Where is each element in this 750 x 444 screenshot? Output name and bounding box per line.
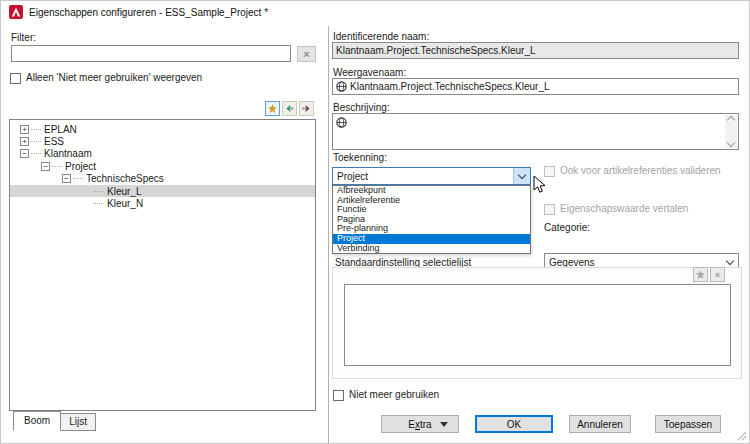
- selection-list-toolbar: ×: [693, 267, 725, 282]
- no-longer-use-checkbox[interactable]: Niet meer gebruiken: [333, 389, 439, 401]
- tree-item-kleur_l[interactable]: Kleur_L: [10, 185, 315, 197]
- tree-item-klantnaam[interactable]: −Klantnaam: [10, 148, 315, 160]
- filter-label: Filter:: [11, 32, 36, 43]
- tree-item-kleur_n[interactable]: Kleur_N: [10, 197, 315, 209]
- description-label: Beschrijving:: [333, 102, 390, 113]
- cancel-label: Annuleren: [577, 419, 623, 430]
- tree-item-technischespecs[interactable]: −TechnischeSpecs: [10, 173, 315, 185]
- cancel-button[interactable]: Annuleren: [569, 415, 631, 433]
- properties-configure-dialog: Eigenschappen configureren - ESS_Sample_…: [0, 0, 750, 444]
- tree-item-label: ESS: [44, 136, 64, 147]
- tree-connector: [31, 129, 41, 130]
- tab-boom-label: Boom: [24, 415, 50, 426]
- apply-label: Toepassen: [664, 419, 712, 430]
- panel-divider: [328, 26, 329, 444]
- tab-boom[interactable]: Boom: [13, 411, 61, 431]
- tree-connector: [94, 203, 104, 204]
- scroll-up-icon[interactable]: [727, 116, 735, 124]
- description-scrollbar[interactable]: [725, 115, 737, 148]
- tab-lijst-label: Lijst: [69, 416, 87, 427]
- next-property-button[interactable]: [299, 101, 314, 116]
- delete-icon: ×: [715, 270, 720, 280]
- checkbox-box: [544, 166, 555, 177]
- validate-article-refs-checkbox: Ook voor artikelreferenties valideren: [544, 165, 721, 177]
- tree-item-label: TechnischeSpecs: [86, 173, 164, 184]
- tree-toolbar: [265, 101, 314, 116]
- window-title: Eigenschappen configureren - ESS_Sample_…: [29, 7, 268, 18]
- category-label: Categorie:: [544, 222, 590, 233]
- dropdown-arrow-icon: [440, 422, 448, 427]
- identifying-name-field: Klantnaam.Project.TechnischeSpecs.Kleur_…: [332, 42, 739, 59]
- translate-value-checkbox: Eigenschapswaarde vertalen: [544, 203, 688, 215]
- chevron-down-icon[interactable]: [513, 168, 530, 184]
- scroll-down-icon[interactable]: [727, 139, 735, 147]
- tree-connector: [52, 166, 62, 167]
- view-tabs: Boom Lijst: [13, 411, 95, 431]
- validate-article-refs-label: Ook voor artikelreferenties valideren: [560, 165, 721, 176]
- checkbox-box: [544, 204, 555, 215]
- expand-icon[interactable]: +: [20, 137, 29, 146]
- ok-label: OK: [507, 419, 521, 430]
- star-icon: [268, 104, 277, 113]
- show-unused-label: Alleen 'Niet meer gebruiken' weergeven: [26, 72, 202, 83]
- arrow-left-icon: [285, 104, 294, 113]
- title-bar: Eigenschappen configureren - ESS_Sample_…: [1, 1, 750, 24]
- tree-item-label: EPLAN: [44, 124, 77, 135]
- checkbox-box[interactable]: [333, 390, 344, 401]
- display-name-value: Klantnaam.Project.TechnischeSpecs.Kleur_…: [350, 81, 550, 92]
- tree-item-label: Project: [65, 161, 96, 172]
- eplan-logo-icon: [9, 5, 23, 19]
- no-longer-use-label: Niet meer gebruiken: [349, 389, 439, 400]
- globe-icon: [336, 117, 347, 128]
- category-value: Gegevens: [549, 257, 595, 268]
- filter-input[interactable]: [11, 45, 291, 62]
- mouse-cursor: [533, 175, 546, 194]
- new-property-button[interactable]: [265, 101, 280, 116]
- extra-button[interactable]: Extra: [381, 415, 459, 433]
- expand-icon[interactable]: +: [20, 125, 29, 134]
- assignment-label: Toekenning:: [333, 152, 387, 163]
- collapse-icon[interactable]: −: [62, 174, 71, 183]
- tree-item-label: Kleur_L: [107, 186, 141, 197]
- clear-icon: ×: [303, 48, 309, 60]
- identifying-name-value: Klantnaam.Project.TechnischeSpecs.Kleur_…: [336, 45, 536, 56]
- ok-button[interactable]: OK: [475, 415, 553, 433]
- identifying-name-label: Identificerende naam:: [333, 31, 429, 42]
- filter-clear-button[interactable]: ×: [297, 46, 316, 62]
- tree-item-eplan[interactable]: +EPLAN: [10, 123, 315, 135]
- collapse-icon[interactable]: −: [20, 149, 29, 158]
- star-icon: [696, 270, 705, 279]
- resize-grip[interactable]: [737, 431, 747, 441]
- tree-item-label: Klantnaam: [44, 148, 92, 159]
- apply-button[interactable]: Toepassen: [655, 415, 721, 433]
- tab-lijst[interactable]: Lijst: [60, 413, 96, 431]
- globe-icon: [336, 81, 347, 92]
- tree-item-ess[interactable]: +ESS: [10, 135, 315, 147]
- default-selection-listbox[interactable]: [344, 284, 731, 366]
- checkbox-box[interactable]: [10, 73, 21, 84]
- display-name-field[interactable]: Klantnaam.Project.TechnischeSpecs.Kleur_…: [332, 78, 739, 95]
- tree-connector: [73, 178, 83, 179]
- show-unused-checkbox[interactable]: Alleen 'Niet meer gebruiken' weergeven: [10, 72, 202, 84]
- tree-item-label: Kleur_N: [107, 198, 143, 209]
- assignment-value: Project: [337, 171, 368, 182]
- description-field[interactable]: [332, 113, 739, 150]
- add-entry-button[interactable]: [693, 267, 708, 282]
- translate-value-label: Eigenschapswaarde vertalen: [560, 203, 688, 214]
- tree-connector: [31, 153, 41, 154]
- assignment-option-verbinding[interactable]: Verbinding: [333, 244, 530, 254]
- delete-entry-button[interactable]: ×: [710, 267, 725, 282]
- display-name-label: Weergavenaam:: [333, 67, 406, 78]
- collapse-icon[interactable]: −: [41, 162, 50, 171]
- extra-label: Extra: [408, 419, 431, 430]
- assignment-dropdown-list[interactable]: AfbreekpuntArtikelreferentieFunctiePagin…: [332, 185, 531, 254]
- tree-item-project[interactable]: −Project: [10, 160, 315, 172]
- assignment-combobox[interactable]: Project: [332, 167, 531, 185]
- tree-connector: [31, 141, 41, 142]
- arrow-right-icon: [302, 104, 311, 113]
- property-tree[interactable]: +EPLAN+ESS−Klantnaam−Project−TechnischeS…: [9, 119, 316, 411]
- previous-property-button[interactable]: [282, 101, 297, 116]
- tree-connector: [94, 191, 104, 192]
